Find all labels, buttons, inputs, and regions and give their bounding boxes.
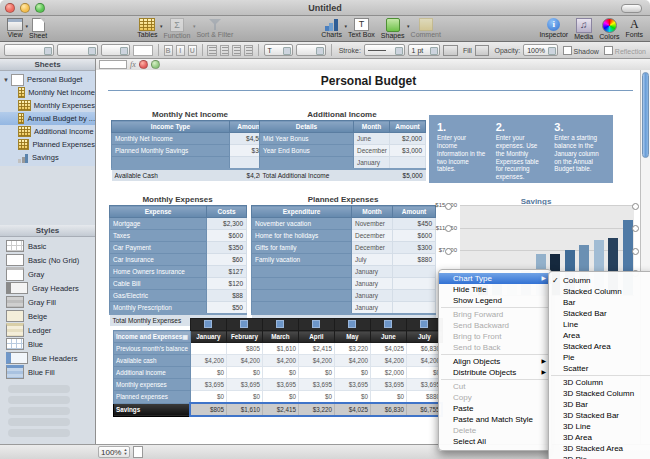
menu-item-area[interactable]: Area bbox=[549, 330, 650, 341]
table-cell[interactable]: Monthly Prescription bbox=[110, 302, 207, 315]
menu-item-line[interactable]: Line bbox=[549, 319, 650, 330]
table-cell[interactable]: Monthly Net Income bbox=[112, 133, 230, 145]
annual-budget-table[interactable]: Income and Expenses▦JanuaryFebruaryMarch… bbox=[113, 318, 443, 417]
title-bar[interactable]: Untitled bbox=[0, 0, 650, 16]
corner-header-cell[interactable]: Income and Expenses▦ bbox=[114, 331, 191, 343]
table-cell[interactable]: $2,000 bbox=[390, 133, 426, 145]
selection-handle[interactable] bbox=[445, 248, 452, 255]
value-cell[interactable]: $2,415 bbox=[298, 343, 334, 355]
table-cell[interactable]: Family vacation bbox=[252, 254, 352, 266]
menu-item-paste[interactable]: Paste bbox=[439, 403, 551, 414]
value-cell[interactable]: $805 bbox=[226, 343, 262, 355]
value-cell[interactable]: $3,695 bbox=[334, 379, 370, 391]
fill-color-well[interactable] bbox=[475, 45, 490, 56]
table-cell[interactable]: December bbox=[352, 242, 393, 254]
savings-value-cell[interactable]: $2,415 bbox=[262, 403, 298, 416]
footer-label-cell[interactable]: Total Additional Income bbox=[260, 169, 390, 181]
selection-handle[interactable] bbox=[445, 225, 452, 232]
style-item-beige[interactable]: Beige bbox=[0, 309, 95, 323]
toolbar-button-shapes[interactable]: ▾Shapes bbox=[378, 17, 408, 39]
align-justify-button[interactable] bbox=[244, 45, 253, 56]
shadow-checkbox[interactable] bbox=[563, 46, 572, 55]
toolbar-button-sheet[interactable]: Sheet bbox=[26, 17, 50, 39]
sidebar-item-personal-budget[interactable]: ▼Personal Budget bbox=[0, 73, 95, 86]
value-cell[interactable]: $3,695 bbox=[370, 379, 406, 391]
toolbar-button-charts[interactable]: ▾Charts bbox=[318, 17, 345, 38]
table-cell[interactable]: Home Owners Insurance bbox=[110, 266, 207, 278]
table-cell[interactable]: January bbox=[352, 302, 393, 315]
table-handle-icon[interactable]: ▦ bbox=[182, 333, 188, 340]
savings-label-cell[interactable]: Savings bbox=[114, 403, 191, 416]
menu-item-3d-bar[interactable]: 3D Bar bbox=[549, 399, 650, 410]
value-cell[interactable]: $3,220 bbox=[334, 343, 370, 355]
table-cell[interactable]: January bbox=[352, 290, 393, 302]
table-cell[interactable]: Mortgage bbox=[110, 218, 207, 230]
month-header-cell[interactable]: May bbox=[334, 331, 370, 343]
table-cell[interactable]: Cable Bill bbox=[110, 278, 207, 290]
scrollbar-thumb[interactable] bbox=[642, 72, 649, 158]
style-item-blue-fill[interactable]: Blue Fill bbox=[0, 365, 95, 379]
stroke-width-select[interactable]: 1 pt bbox=[408, 44, 441, 56]
savings-value-cell[interactable]: $6,830 bbox=[370, 403, 406, 416]
value-cell[interactable]: $0 bbox=[262, 391, 298, 404]
table-cell[interactable] bbox=[390, 157, 426, 170]
month-header-cell[interactable]: February bbox=[226, 331, 262, 343]
menu-item-3d-column[interactable]: 3D Column bbox=[549, 377, 650, 388]
row-label-cell[interactable]: Previous month's balance bbox=[114, 343, 191, 355]
add-page-icon[interactable] bbox=[133, 446, 143, 458]
table-cell[interactable]: June bbox=[354, 133, 390, 145]
table-cell[interactable]: $50 bbox=[207, 302, 247, 315]
value-cell[interactable]: $3,695 bbox=[226, 379, 262, 391]
value-cell[interactable]: $4,025 bbox=[370, 343, 406, 355]
style-item-gray-headers[interactable]: Gray Headers bbox=[0, 281, 95, 295]
table-cell[interactable]: Mid Year Bonus bbox=[260, 133, 354, 145]
footer-label-cell[interactable]: Available Cash bbox=[112, 169, 230, 181]
savings-value-cell[interactable]: $805 bbox=[190, 403, 226, 416]
table-cell[interactable]: July bbox=[352, 254, 393, 266]
zoom-control[interactable]: 100% ▲▼ bbox=[98, 446, 130, 458]
style-item-blue-headers[interactable]: Blue Headers bbox=[0, 351, 95, 365]
table-cell[interactable] bbox=[393, 302, 436, 315]
table-cell[interactable]: Gifts for family bbox=[252, 242, 352, 254]
toolbar-button-text-box[interactable]: TText Box bbox=[345, 17, 378, 38]
table-cell[interactable]: $600 bbox=[393, 230, 436, 242]
table-cell[interactable]: $60 bbox=[207, 254, 247, 266]
value-cell[interactable]: $0 bbox=[262, 367, 298, 379]
menu-item-distribute-objects[interactable]: Distribute Objects▶ bbox=[439, 367, 551, 378]
value-cell[interactable]: $3,695 bbox=[190, 379, 226, 391]
row-label-cell[interactable]: Monthly expenses bbox=[114, 379, 191, 391]
month-header-cell[interactable]: January bbox=[190, 331, 226, 343]
cell-reference-box[interactable] bbox=[99, 60, 127, 69]
stroke-style-select[interactable] bbox=[364, 44, 405, 56]
table-cell[interactable]: $450 bbox=[393, 218, 436, 230]
sidebar-item-savings[interactable]: Savings bbox=[0, 151, 95, 164]
selection-handle[interactable] bbox=[445, 203, 452, 210]
row-label-cell[interactable]: Available cash bbox=[114, 355, 191, 367]
sidebar-item-monthly-expenses[interactable]: Monthly Expenses bbox=[0, 99, 95, 112]
monthly-net-income-table[interactable]: Income TypeAmountMonthly Net Income$4,50… bbox=[111, 120, 269, 181]
table-cell[interactable]: Planned Monthly Savings bbox=[112, 145, 230, 157]
table-cell[interactable]: $2,300 bbox=[207, 218, 247, 230]
sidebar-item-planned-expenses[interactable]: Planned Expenses bbox=[0, 138, 95, 151]
value-cell[interactable]: $4,200 bbox=[190, 355, 226, 367]
align-right-button[interactable] bbox=[232, 45, 241, 56]
table-cell[interactable] bbox=[252, 278, 352, 290]
value-cell[interactable]: $3,695 bbox=[298, 379, 334, 391]
value-cell[interactable]: $4,200 bbox=[334, 355, 370, 367]
accept-formula-button[interactable] bbox=[151, 60, 160, 69]
table-cell[interactable] bbox=[393, 278, 436, 290]
table-cell[interactable]: $127 bbox=[207, 266, 247, 278]
table-cell[interactable]: December bbox=[354, 145, 390, 157]
menu-item-bar[interactable]: Bar bbox=[549, 297, 650, 308]
text-color-select[interactable]: T bbox=[264, 44, 294, 56]
value-cell[interactable]: $0 bbox=[298, 367, 334, 379]
value-cell[interactable]: $1,610 bbox=[262, 343, 298, 355]
menu-item-3d-stacked-column[interactable]: 3D Stacked Column bbox=[549, 388, 650, 399]
align-left-button[interactable] bbox=[207, 45, 216, 56]
value-cell[interactable]: $3,695 bbox=[262, 379, 298, 391]
value-cell[interactable]: $0 bbox=[370, 391, 406, 404]
table-cell[interactable]: January bbox=[352, 266, 393, 278]
value-cell[interactable]: $0 bbox=[190, 367, 226, 379]
style-item-gray-fill[interactable]: Gray Fill bbox=[0, 295, 95, 309]
table-cell[interactable] bbox=[393, 290, 436, 302]
